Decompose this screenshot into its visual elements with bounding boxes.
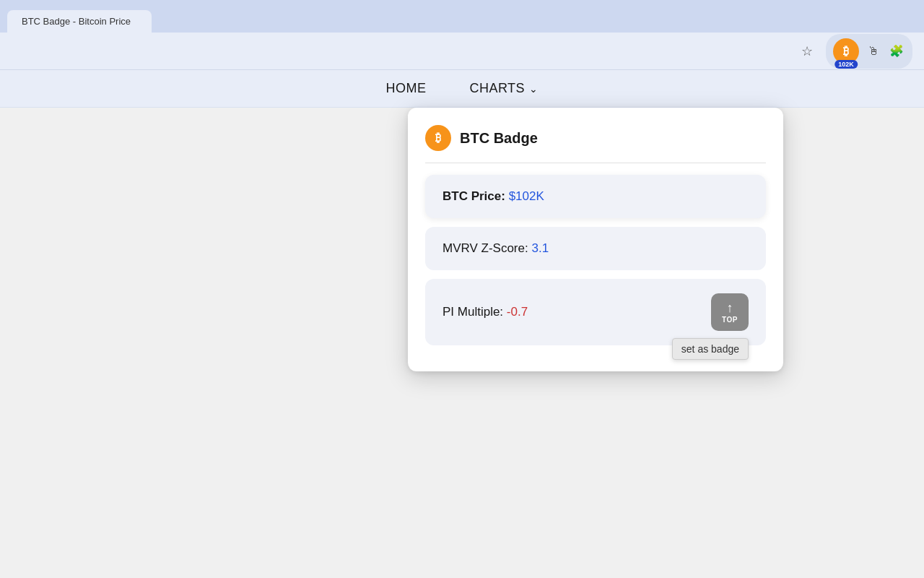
nav-charts-label: CHARTS xyxy=(469,81,525,96)
popup-title: BTC Badge xyxy=(460,130,538,147)
top-button-label: TOP xyxy=(722,316,738,324)
btc-price-text: BTC Price: $102K xyxy=(443,189,749,204)
btc-badge-popup: ₿ BTC Badge BTC Price: $102K MVRV Z-Scor… xyxy=(408,108,783,371)
nav-item-charts[interactable]: CHARTS ⌄ xyxy=(469,81,538,96)
mvrv-card: MVRV Z-Score: 3.1 xyxy=(425,227,766,270)
nav-home-label: HOME xyxy=(385,81,426,96)
btc-price-card: BTC Price: $102K xyxy=(425,175,766,218)
puzzle-icon: 🧩 xyxy=(889,44,904,58)
extensions-button[interactable]: 🧩 xyxy=(886,41,907,61)
set-as-badge-tooltip: set as badge xyxy=(672,338,749,360)
btc-badge-button[interactable]: ₿ 102K xyxy=(832,37,860,66)
tab-label: BTC Badge - Bitcoin Price xyxy=(22,16,131,27)
top-button-container: ↑ TOP set as badge xyxy=(711,293,749,331)
mouse-icon: 🖱 xyxy=(868,45,879,58)
pi-multiple-value: -0.7 xyxy=(507,305,528,319)
popup-header: ₿ BTC Badge xyxy=(425,125,766,163)
main-content: ₿ BTC Badge BTC Price: $102K MVRV Z-Scor… xyxy=(0,108,924,578)
btc-symbol: ₿ xyxy=(843,45,849,58)
extensions-area: ₿ 102K 🖱 🧩 xyxy=(826,34,912,69)
top-arrow-icon: ↑ xyxy=(727,301,733,314)
browser-toolbar: ☆ ₿ 102K 🖱 🧩 xyxy=(0,33,924,70)
btc-badge-wrapper: ₿ 102K xyxy=(833,38,859,64)
btc-price-label: BTC Price: xyxy=(443,189,505,203)
pi-multiple-card: PI Multiple: -0.7 ↑ TOP set as badge xyxy=(425,279,766,345)
top-button[interactable]: ↑ TOP xyxy=(711,293,749,331)
browser-tab[interactable]: BTC Badge - Bitcoin Price xyxy=(7,10,152,33)
nav-item-home[interactable]: HOME xyxy=(385,81,426,96)
mvrv-text: MVRV Z-Score: 3.1 xyxy=(443,241,749,256)
mvrv-value: 3.1 xyxy=(531,241,549,255)
popup-badge-symbol: ₿ xyxy=(435,131,441,144)
cursor-extension-button[interactable]: 🖱 xyxy=(863,41,884,61)
star-icon: ☆ xyxy=(801,43,813,59)
website-header: HOME CHARTS ⌄ xyxy=(0,70,924,108)
btc-price-value: $102K xyxy=(509,189,544,203)
mvrv-label: MVRV Z-Score: xyxy=(443,241,528,255)
browser-tab-bar: BTC Badge - Bitcoin Price xyxy=(0,0,924,33)
charts-chevron-icon: ⌄ xyxy=(529,83,539,95)
nav-menu: HOME CHARTS ⌄ xyxy=(385,81,538,96)
pi-multiple-text: PI Multiple: -0.7 xyxy=(443,305,528,319)
bookmark-button[interactable]: ☆ xyxy=(794,38,820,64)
btc-price-pill: 102K xyxy=(834,60,858,69)
popup-badge-icon: ₿ xyxy=(425,125,451,151)
pi-multiple-row: PI Multiple: -0.7 ↑ TOP set as badge xyxy=(443,293,749,331)
pi-multiple-label: PI Multiple: xyxy=(443,305,503,319)
